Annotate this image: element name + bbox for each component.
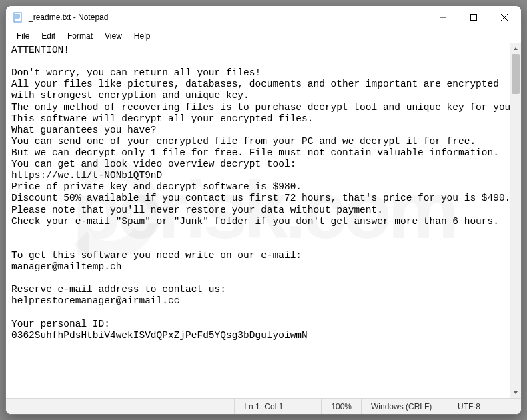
scroll-track[interactable] [510,54,521,387]
menubar: File Edit Format View Help [6,29,521,43]
menu-help[interactable]: Help [129,30,156,42]
scroll-down-icon[interactable] [510,387,521,398]
vertical-scrollbar[interactable] [510,43,521,398]
menu-edit[interactable]: Edit [36,30,61,42]
notepad-window: pcrisk.com _readme.txt - Notepad [5,5,522,415]
window-title: _readme.txt - Notepad [29,13,428,22]
statusbar: Ln 1, Col 1 100% Windows (CRLF) UTF-8 [6,398,521,414]
text-content[interactable]: ATTENTION! Don't worry, you can return a… [6,43,521,398]
menu-format[interactable]: Format [62,30,98,42]
svg-rect-6 [471,15,477,21]
svg-marker-10 [514,391,518,394]
status-encoding: UTF-8 [448,399,521,414]
maximize-button[interactable] [458,6,489,29]
status-zoom: 100% [321,399,361,414]
scroll-thumb[interactable] [512,54,520,94]
status-eol: Windows (CRLF) [361,399,448,414]
content-area: ATTENTION! Don't worry, you can return a… [6,43,521,398]
scroll-up-icon[interactable] [510,43,521,54]
menu-file[interactable]: File [11,30,35,42]
svg-marker-9 [514,47,518,50]
close-button[interactable] [489,6,520,29]
minimize-button[interactable] [428,6,458,29]
titlebar: _readme.txt - Notepad [6,6,521,29]
window-controls [428,6,520,29]
status-position: Ln 1, Col 1 [234,399,321,414]
notepad-icon [13,12,23,23]
menu-view[interactable]: View [99,30,127,42]
